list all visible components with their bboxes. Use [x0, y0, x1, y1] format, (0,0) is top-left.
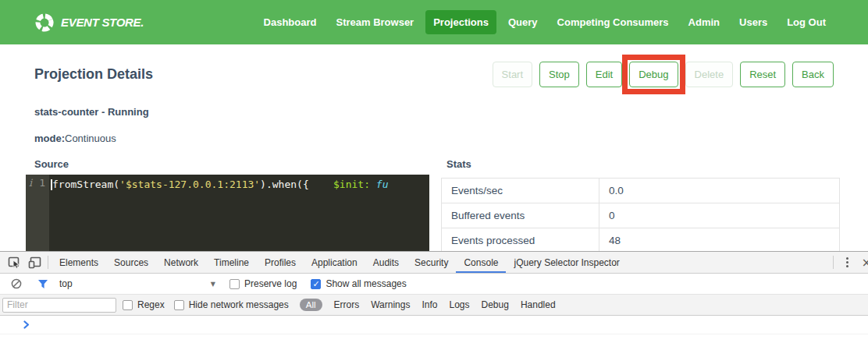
hide-network-label: Hide network messages	[189, 299, 289, 310]
stats-row: Buffered events0	[442, 203, 840, 228]
stop-button[interactable]: Stop	[539, 62, 579, 87]
debug-highlight-box: Debug	[629, 62, 678, 87]
nav-item-query[interactable]: Query	[500, 10, 546, 34]
console-level-logs[interactable]: Logs	[449, 299, 469, 310]
console-level-warnings[interactable]: Warnings	[371, 299, 410, 310]
console-level-handled[interactable]: Handled	[521, 299, 556, 310]
stat-label: Events processed	[442, 228, 599, 253]
stats-row: Events/sec0.0	[442, 179, 840, 203]
mode-label: mode:	[34, 133, 65, 144]
code-token	[370, 179, 376, 190]
devtools-tab-console[interactable]: Console	[456, 252, 506, 273]
mode-line: mode:Continuous	[34, 133, 868, 144]
line-number: 1	[39, 177, 45, 189]
stat-label: Events/sec	[442, 179, 599, 203]
devtools-tab-profiles[interactable]: Profiles	[257, 252, 304, 273]
divider	[833, 256, 834, 269]
debug-button[interactable]: Debug	[629, 62, 678, 87]
start-button[interactable]: Start	[493, 62, 532, 87]
console-output[interactable]	[0, 316, 868, 334]
stats-heading: Stats	[446, 158, 840, 170]
projection-status: stats-counter - Running	[34, 106, 868, 118]
close-icon[interactable]: ×	[857, 252, 868, 273]
devtools-tab-jquery-selector-inspector[interactable]: jQuery Selector Inspector	[506, 252, 627, 273]
main-nav: DashboardStream BrowserProjectionsQueryC…	[256, 10, 834, 34]
code-token: $init:	[333, 179, 370, 190]
devtools-tabbar-right: ×	[830, 252, 868, 273]
filter-funnel-icon[interactable]	[33, 279, 53, 289]
console-level-info[interactable]: Info	[422, 299, 437, 310]
delete-button[interactable]: Delete	[685, 62, 734, 87]
execution-context-selector[interactable]: top ▼	[59, 278, 215, 289]
source-heading: Source	[34, 158, 429, 170]
devtools-tab-network[interactable]: Network	[156, 252, 206, 273]
top-navbar: EVENT STORE. DashboardStream BrowserProj…	[0, 0, 868, 44]
devtools-tab-sources[interactable]: Sources	[106, 252, 156, 273]
devtools-panel: ElementsSourcesNetworkTimelineProfilesAp…	[0, 251, 868, 343]
divider	[48, 256, 48, 269]
kebab-menu-icon[interactable]	[837, 252, 857, 273]
console-filterbar: Regex Hide network messages AllErrorsWar…	[0, 295, 868, 316]
stat-label: Buffered events	[442, 203, 599, 228]
show-all-messages-toggle[interactable]: Show all messages	[311, 278, 406, 289]
stat-value: 48	[599, 228, 840, 253]
show-all-messages-checkbox[interactable]	[311, 279, 321, 289]
info-annotation-icon: i	[29, 177, 32, 189]
stats-row: Events processed48	[442, 228, 840, 253]
stat-value: 0.0	[599, 179, 840, 203]
nav-item-dashboard[interactable]: Dashboard	[256, 10, 325, 34]
action-buttons: StartStopEditDebugDeleteResetBack	[486, 62, 834, 87]
page-title: Projection Details	[34, 66, 153, 83]
console-prompt-icon	[23, 320, 30, 329]
console-level-debug[interactable]: Debug	[482, 299, 509, 310]
nav-item-log-out[interactable]: Log Out	[779, 10, 834, 34]
preserve-log-toggle[interactable]: Preserve log	[229, 278, 297, 289]
devtools-tab-audits[interactable]: Audits	[365, 252, 407, 273]
inspect-element-icon[interactable]	[4, 252, 24, 273]
nav-item-competing-consumers[interactable]: Competing Consumers	[550, 10, 677, 34]
console-level-errors[interactable]: Errors	[334, 299, 360, 310]
console-level-filters: AllErrorsWarningsInfoLogsDebugHandled	[300, 299, 556, 311]
back-button[interactable]: Back	[792, 62, 834, 87]
device-toolbar-icon[interactable]	[24, 252, 44, 273]
brand[interactable]: EVENT STORE.	[34, 12, 144, 33]
hide-network-checkbox[interactable]	[174, 300, 184, 310]
stat-value: 0	[599, 203, 840, 228]
nav-item-stream-browser[interactable]: Stream Browser	[328, 10, 422, 34]
code-token: ).when({	[260, 179, 309, 190]
console-prompt-row[interactable]	[0, 316, 868, 334]
regex-label: Regex	[137, 299, 165, 310]
devtools-tab-elements[interactable]: Elements	[52, 252, 106, 273]
nav-item-admin[interactable]: Admin	[681, 10, 727, 34]
hide-network-toggle[interactable]: Hide network messages	[174, 299, 289, 310]
brand-text: EVENT STORE.	[61, 16, 144, 29]
preserve-log-checkbox[interactable]	[229, 279, 240, 289]
chevron-down-icon: ▼	[211, 281, 215, 288]
console-toolbar: top ▼ Preserve log Show all messages	[0, 274, 868, 295]
console-level-all[interactable]: All	[300, 299, 322, 311]
code-token: fromStream(	[52, 179, 119, 190]
regex-checkbox[interactable]	[123, 300, 133, 310]
devtools-tab-security[interactable]: Security	[407, 252, 456, 273]
devtools-tab-application[interactable]: Application	[304, 252, 365, 273]
filter-input[interactable]	[2, 298, 116, 313]
devtools-tabbar: ElementsSourcesNetworkTimelineProfilesAp…	[0, 252, 868, 274]
code-token	[309, 179, 333, 190]
nav-item-users[interactable]: Users	[731, 10, 775, 34]
reset-button[interactable]: Reset	[740, 62, 785, 87]
clear-console-icon[interactable]	[6, 278, 27, 289]
code-token: fu	[376, 179, 389, 190]
code-token: '$stats-127.0.0.1:2113'	[119, 179, 260, 190]
mode-value: Continuous	[65, 133, 116, 144]
devtools-tab-timeline[interactable]: Timeline	[206, 252, 257, 273]
eventstore-logo-icon	[34, 12, 55, 33]
regex-toggle[interactable]: Regex	[123, 299, 165, 310]
nav-item-projections[interactable]: Projections	[425, 10, 496, 34]
edit-button[interactable]: Edit	[586, 62, 622, 87]
preserve-log-label: Preserve log	[244, 278, 297, 289]
devtools-tabs: ElementsSourcesNetworkTimelineProfilesAp…	[52, 252, 628, 273]
page-header: Projection Details StartStopEditDebugDel…	[34, 61, 834, 87]
show-all-messages-label: Show all messages	[326, 278, 406, 289]
context-value: top	[59, 278, 73, 289]
